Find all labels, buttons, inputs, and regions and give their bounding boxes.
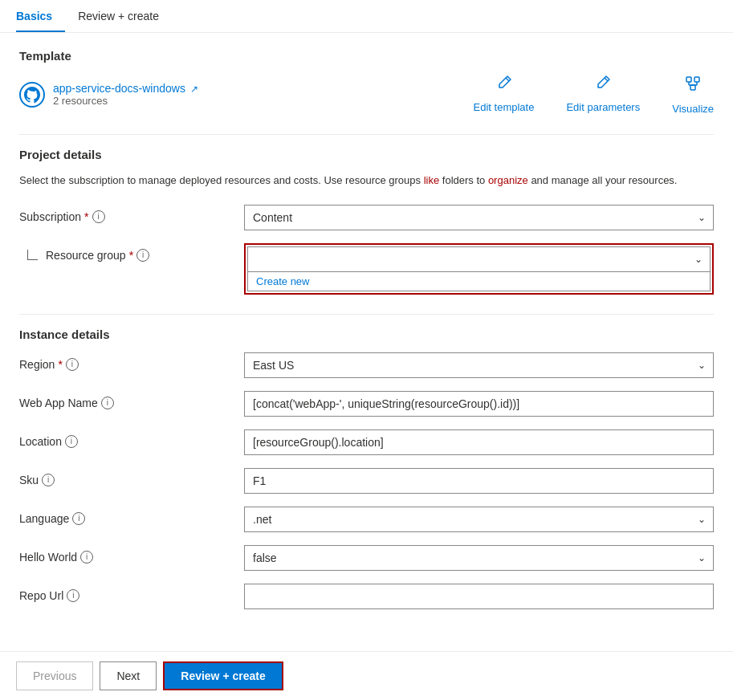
web-app-name-row: Web App Name i xyxy=(19,391,714,417)
subscription-select-wrapper: Content ⌄ xyxy=(244,205,714,230)
template-text: app-service-docs-windows ↗ 2 resources xyxy=(53,82,198,107)
svg-line-2 xyxy=(605,78,608,81)
resources-text: 2 resources xyxy=(53,95,198,107)
tab-basics[interactable]: Basics xyxy=(16,0,65,32)
language-info-icon[interactable]: i xyxy=(72,512,85,525)
hello-world-row: Hello World i false true ⌄ xyxy=(19,545,714,571)
repo-url-input[interactable] xyxy=(244,584,714,609)
template-link[interactable]: app-service-docs-windows xyxy=(53,82,185,95)
tabs-bar: Basics Review + create xyxy=(0,0,733,33)
resource-group-select-wrapper: ⌄ xyxy=(247,246,711,272)
visualize-button[interactable]: Visualize xyxy=(672,74,714,115)
hello-world-info-icon[interactable]: i xyxy=(80,551,93,564)
template-row: app-service-docs-windows ↗ 2 resources xyxy=(19,74,714,115)
location-control xyxy=(244,429,714,455)
external-link-icon: ↗ xyxy=(190,83,198,95)
hello-world-label-text: Hello World xyxy=(19,551,77,564)
template-actions: Edit template Edit parameters xyxy=(474,74,714,115)
location-label: Location i xyxy=(19,429,244,448)
resource-group-control: ⌄ Create new xyxy=(244,243,714,295)
subscription-select[interactable]: Content xyxy=(244,205,714,230)
language-control: .net ⌄ xyxy=(244,507,714,532)
edit-parameters-icon xyxy=(594,74,612,96)
subscription-required: * xyxy=(84,210,88,223)
sku-label: Sku i xyxy=(19,468,244,486)
web-app-name-label: Web App Name i xyxy=(19,391,244,409)
web-app-name-label-text: Web App Name xyxy=(19,397,98,409)
edit-parameters-label: Edit parameters xyxy=(566,101,640,113)
svg-line-1 xyxy=(506,78,509,81)
edit-template-label: Edit template xyxy=(474,101,535,113)
subscription-info-icon[interactable]: i xyxy=(92,210,105,223)
web-app-name-input-wrapper xyxy=(244,391,714,417)
project-details-description: Select the subscription to manage deploy… xyxy=(19,173,714,189)
resource-group-label-text: Resource group xyxy=(46,249,126,262)
repo-url-row: Repo Url i xyxy=(19,584,714,609)
svg-rect-5 xyxy=(690,85,695,90)
footer: Previous Next Review + create xyxy=(0,651,733,700)
highlight-organize: organize xyxy=(488,174,528,186)
template-info: app-service-docs-windows ↗ 2 resources xyxy=(19,82,198,108)
resource-group-required: * xyxy=(129,249,133,262)
tab-review-create[interactable]: Review + create xyxy=(78,0,172,32)
language-label: Language i xyxy=(19,507,244,525)
repo-url-input-wrapper xyxy=(244,584,714,609)
edit-template-button[interactable]: Edit template xyxy=(474,74,535,115)
region-label: Region * i xyxy=(19,352,244,371)
create-new-link[interactable]: Create new xyxy=(247,272,711,291)
hello-world-label: Hello World i xyxy=(19,545,244,564)
sku-row: Sku i xyxy=(19,468,714,494)
language-select-wrapper: .net ⌄ xyxy=(244,507,714,532)
region-required: * xyxy=(58,358,62,371)
edit-parameters-button[interactable]: Edit parameters xyxy=(566,74,640,115)
repo-url-info-icon[interactable]: i xyxy=(67,589,79,602)
hello-world-select-wrapper: false true ⌄ xyxy=(244,545,714,571)
resource-group-row: Resource group * i ⌄ Cre xyxy=(19,243,714,295)
region-select[interactable]: East US xyxy=(244,352,714,378)
project-details-title: Project details xyxy=(19,148,714,161)
region-info-icon[interactable]: i xyxy=(66,358,79,371)
svg-rect-4 xyxy=(694,77,699,82)
project-details-section: Project details Select the subscription … xyxy=(19,148,714,295)
web-app-name-control xyxy=(244,391,714,417)
hello-world-select[interactable]: false true xyxy=(244,545,714,571)
sku-input[interactable] xyxy=(244,468,714,494)
sku-control xyxy=(244,468,714,494)
location-info-icon[interactable]: i xyxy=(65,435,78,448)
region-row: Region * i East US ⌄ xyxy=(19,352,714,378)
visualize-label: Visualize xyxy=(672,103,714,115)
next-button[interactable]: Next xyxy=(100,661,157,690)
previous-button[interactable]: Previous xyxy=(16,661,93,690)
repo-url-label: Repo Url i xyxy=(19,584,244,602)
subscription-control: Content ⌄ xyxy=(244,205,714,230)
sku-label-text: Sku xyxy=(19,474,39,486)
language-select[interactable]: .net xyxy=(244,507,714,532)
sku-info-icon[interactable]: i xyxy=(42,474,55,486)
language-row: Language i .net ⌄ xyxy=(19,507,714,532)
instance-details-title: Instance details xyxy=(19,328,714,341)
section-divider-1 xyxy=(19,134,714,135)
hello-world-control: false true ⌄ xyxy=(244,545,714,571)
repo-url-label-text: Repo Url xyxy=(19,589,63,602)
web-app-name-info-icon[interactable]: i xyxy=(101,397,114,409)
subscription-label-text: Subscription xyxy=(19,210,81,223)
location-input[interactable] xyxy=(244,429,714,455)
resource-group-inner: ⌄ Create new xyxy=(247,246,711,291)
sku-input-wrapper xyxy=(244,468,714,494)
resource-group-info-icon[interactable]: i xyxy=(136,249,149,262)
location-input-wrapper xyxy=(244,429,714,455)
edit-template-icon xyxy=(495,74,513,96)
github-icon xyxy=(19,82,45,108)
region-control: East US ⌄ xyxy=(244,352,714,378)
repo-url-control xyxy=(244,584,714,609)
language-label-text: Language xyxy=(19,512,69,525)
region-select-wrapper: East US ⌄ xyxy=(244,352,714,378)
review-create-button[interactable]: Review + create xyxy=(163,661,283,690)
location-label-text: Location xyxy=(19,435,62,448)
web-app-name-input[interactable] xyxy=(244,391,714,417)
location-row: Location i xyxy=(19,429,714,455)
svg-rect-3 xyxy=(686,77,691,82)
resource-group-select[interactable] xyxy=(247,246,711,272)
template-title: Template xyxy=(19,49,714,63)
region-label-text: Region xyxy=(19,358,55,371)
